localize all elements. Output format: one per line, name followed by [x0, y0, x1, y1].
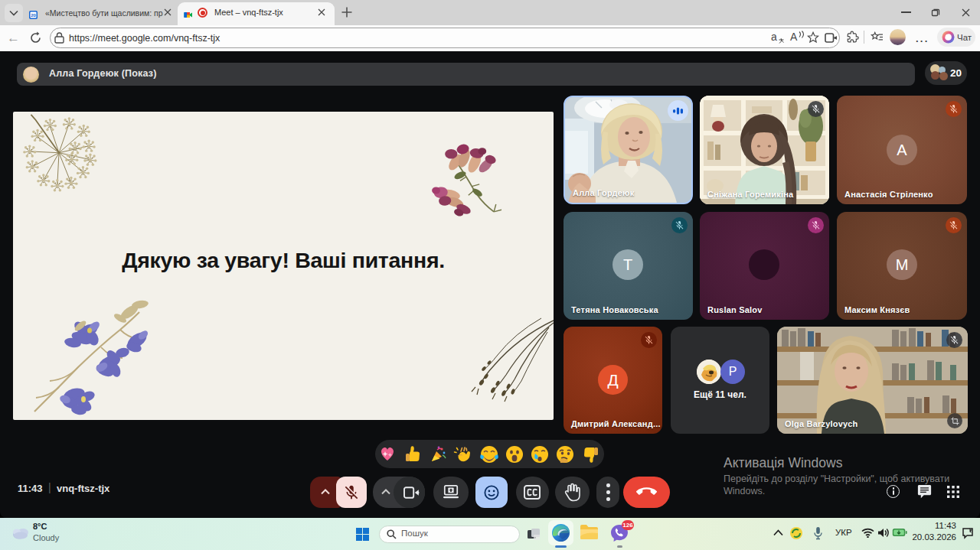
svg-text:20: 20: [31, 13, 36, 18]
